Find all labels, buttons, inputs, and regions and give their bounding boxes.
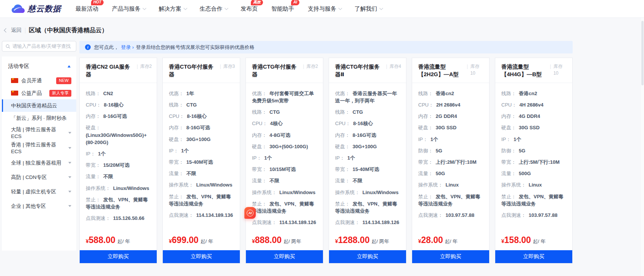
- price-amount: 1288.00: [338, 235, 370, 245]
- chevron-down-icon: [225, 6, 228, 10]
- sidebar-item[interactable]: 中秋国庆香港精品云: [2, 99, 76, 112]
- sidebar-item[interactable]: 「新云」系列 · 限时秒杀: [2, 112, 76, 124]
- card-header: 香港CTG年付服务器|库存3: [163, 58, 240, 83]
- spec-label: 带宽：: [418, 159, 433, 165]
- spec-row: CPU：4H 2686v4: [501, 101, 567, 108]
- nav-item[interactable]: 生态合作: [200, 3, 227, 15]
- spec-value: 香港cn2: [436, 91, 454, 96]
- spec-row: 点我测速：115.126.50.66: [86, 215, 151, 222]
- nav-item[interactable]: 解决方案: [159, 3, 186, 15]
- card-title: 香港CN2 GIA服务器: [86, 63, 134, 78]
- spec-label: 点我测速：: [501, 212, 526, 218]
- stock-badge: |库存10: [467, 63, 484, 78]
- spec-value: 103.97.57.88: [529, 212, 557, 218]
- banner-text: 您可点此， 登录 › 登录后结合您的账号情况展示您可实际获得的优惠价格: [94, 44, 254, 51]
- nav-item[interactable]: 产品与服务: [112, 3, 145, 15]
- price-unit: 起/ 年: [533, 238, 545, 245]
- card-specs: 线路：香港cn2CPU：4H 2686v4内存：4G DDR4硬盘：30G SS…: [495, 83, 572, 231]
- sidebar-item-label: 「新云」系列 · 限时秒杀: [11, 115, 67, 122]
- main-content: i 您可点此， 登录 › 登录后结合您的账号情况展示您可实际获得的优惠价格 香港…: [79, 41, 573, 263]
- sidebar-item[interactable]: 轻量 | 虚拟主机专区: [2, 185, 76, 198]
- buy-button[interactable]: 立即购买: [329, 250, 406, 263]
- price-amount: 888.00: [255, 235, 282, 245]
- buy-button[interactable]: 立即购买: [163, 250, 240, 263]
- spec-row: 禁止：发包、VPN、黄赌毒等违法违规业务: [86, 196, 151, 210]
- nav-item[interactable]: 支持与服务: [308, 3, 341, 15]
- spec-value: 30G+100G: [186, 136, 211, 142]
- spec-row: 硬盘：(Linux30G/Windows50G)+(80-200G): [86, 124, 151, 146]
- buy-button[interactable]: 立即购买: [495, 250, 572, 263]
- login-link[interactable]: 登录 ›: [121, 44, 134, 50]
- product-card: 香港CTG年付服务器Ⅱ|库存4优惠：香港云服务器买一年送一年，到手两年线路：CT…: [329, 58, 406, 263]
- spec-value: 8-16G可选: [186, 125, 210, 130]
- back-button[interactable]: 返回: [11, 27, 22, 34]
- spec-label: 点我测速：: [335, 220, 360, 225]
- nav-item[interactable]: 发布页高效: [241, 3, 258, 15]
- spec-label: 内存：: [169, 125, 184, 130]
- spec-label: 点我测速：: [418, 212, 443, 218]
- spec-value: 4核心: [270, 121, 282, 126]
- search-input[interactable]: [13, 44, 72, 49]
- brand-logo[interactable]: 慈云数据: [11, 3, 61, 14]
- spec-row: IP：1个: [418, 136, 483, 143]
- scrollbar-thumb[interactable]: [641, 21, 644, 85]
- sidebar-item[interactable]: 香港 | 弹性云服务器 ECS: [2, 141, 76, 155]
- currency-symbol: ¥: [501, 238, 504, 244]
- stock-label: 库存3: [223, 63, 235, 78]
- scrollbar[interactable]: [641, 18, 644, 276]
- spec-value: 8-16G可选: [103, 113, 127, 119]
- sidebar-item-label: 公益产品: [21, 90, 42, 97]
- spec-row: 流量：不限: [252, 177, 317, 184]
- chevron-down-icon: [68, 147, 71, 149]
- spec-label: 线路：: [418, 91, 433, 96]
- buy-button[interactable]: 立即购买: [80, 250, 157, 263]
- flag-icon: [11, 78, 18, 83]
- chevron-down-icon: [184, 6, 187, 10]
- spec-label: IP：: [86, 151, 95, 157]
- chevron-down-icon: [68, 162, 71, 164]
- spec-value: 500G: [519, 171, 531, 176]
- chevron-left-icon[interactable]: [4, 28, 8, 32]
- spec-value: Linux/Windows: [279, 190, 315, 195]
- currency-symbol: ¥: [169, 238, 172, 244]
- nav-item-label: 发布页: [241, 5, 258, 13]
- spec-value: 30G SSD: [436, 125, 457, 130]
- spec-label: 优惠：: [169, 91, 184, 96]
- spec-row: 操作系统：Linux/Windows: [252, 189, 317, 196]
- buy-button[interactable]: 立即购买: [412, 250, 489, 263]
- spec-row: CPU：2H 2686v4: [418, 101, 483, 108]
- buy-button[interactable]: 立即购买: [246, 250, 323, 263]
- stock-label: 库存2: [140, 63, 152, 78]
- sidebar-item[interactable]: 公益产品新人专享: [2, 87, 76, 99]
- spec-row: 操作系统：Linux/Windows: [169, 181, 234, 188]
- product-search[interactable]: [2, 41, 76, 52]
- sidebar-item-label: 企业 | 其他专区: [11, 203, 46, 210]
- sidebar-item[interactable]: 全球 | 独立服务器租用: [2, 157, 76, 169]
- sidebar-item-label: 会员开通: [21, 77, 42, 84]
- sidebar-item-label: 轻量 | 虚拟主机专区: [11, 188, 56, 195]
- card-specs: 线路：CN2CPU：8-16核心内存：8-16G可选硬盘：(Linux30G/W…: [80, 83, 157, 231]
- breadcrumb: 返回 区域（中秋国庆香港精品云）: [0, 18, 644, 35]
- spec-value: 5G: [519, 148, 525, 154]
- spec-label: 内存：: [252, 132, 267, 138]
- ai-assistant-button[interactable]: AI: [244, 207, 256, 219]
- spec-row: 带宽：15/20M可选: [86, 162, 151, 169]
- sidebar-section-activity[interactable]: 活动专区: [2, 58, 76, 74]
- spec-row: 线路：CTG: [169, 101, 234, 108]
- spec-value: 30G SSD: [519, 125, 540, 130]
- spec-row: 禁止：发包、VPN、黄赌毒等违法违规业务: [501, 193, 567, 207]
- spec-row: 线路：香港cn2: [501, 90, 567, 97]
- price-unit: 起/ 两年: [283, 238, 301, 245]
- sidebar-item[interactable]: 大陆 | 弹性云服务器 ECS: [2, 126, 76, 140]
- sidebar-item[interactable]: 高防 | CDN专区: [2, 171, 76, 183]
- sidebar-item-label: 大陆 | 弹性云服务器 ECS: [11, 126, 65, 140]
- nav-item[interactable]: 智能助手AI: [271, 3, 294, 15]
- nav-item[interactable]: 最新活动HOT: [76, 3, 98, 15]
- sidebar-item[interactable]: 企业 | 其他专区: [2, 200, 76, 212]
- spec-label: CPU：: [501, 102, 516, 108]
- spec-row: 内存：8-16G可选: [169, 124, 234, 131]
- nav-item[interactable]: 了解我们: [354, 3, 382, 15]
- spec-value: 1个: [181, 148, 189, 154]
- sidebar-item[interactable]: 会员开通NEW: [2, 74, 76, 87]
- spec-label: 线路：: [86, 91, 101, 96]
